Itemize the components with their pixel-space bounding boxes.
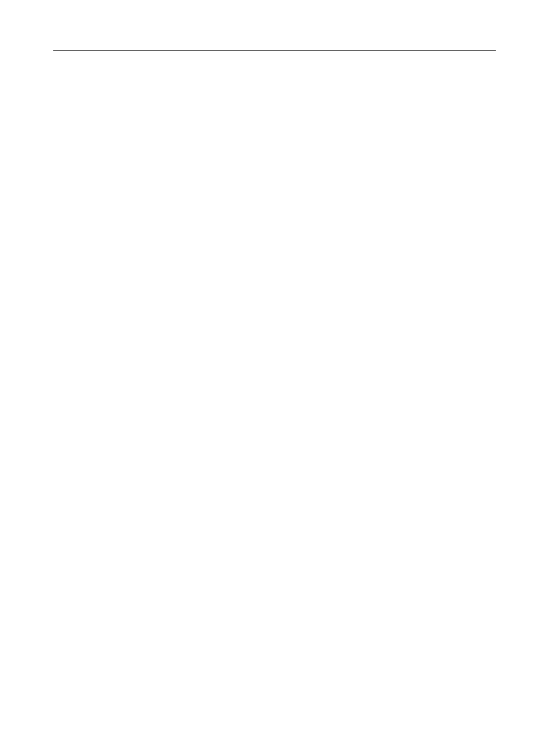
page-divider [53,50,496,51]
